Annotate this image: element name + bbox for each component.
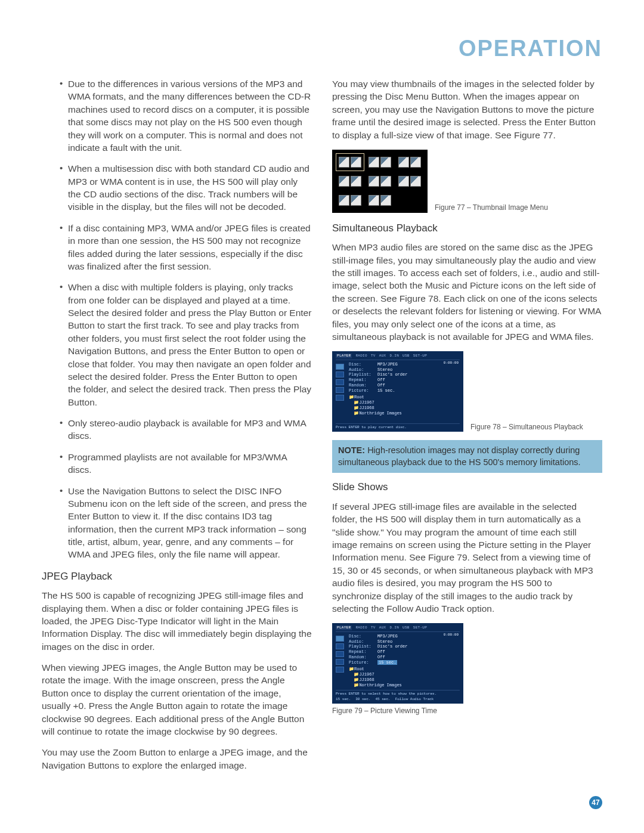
figure-77-caption: Figure 77 – Thumbnail Image Menu	[435, 203, 548, 213]
figure-79-caption: Figure 79 – Picture Viewing Time	[332, 706, 437, 716]
bullet-item: When a multisession disc with both stand…	[60, 162, 312, 213]
thumbnail	[337, 174, 363, 189]
screen-tabs: PLAYER RADIO TV AUX D.IN USB SET-UP	[336, 354, 460, 360]
program-icon	[336, 643, 344, 649]
val-audio: Stereo	[377, 367, 392, 373]
disc-info-icon	[336, 379, 344, 385]
picture-icon	[336, 667, 344, 673]
val-picture-highlight: 15 sec.	[377, 660, 397, 665]
val-picture: 15 sec.	[377, 388, 395, 394]
music-icon	[336, 387, 344, 393]
thumbnail	[367, 154, 393, 170]
tab-usb: USB	[402, 354, 410, 358]
section-header: OPERATION	[459, 36, 602, 61]
thumbnail	[397, 174, 423, 189]
tab-radio: RADIO	[355, 625, 367, 630]
tree-item: JJ1968	[359, 677, 374, 683]
val-disc: MP3/JPEG	[377, 362, 398, 367]
opt-30: 30 sec.	[355, 697, 370, 702]
val-repeat: Off	[377, 649, 385, 655]
tree-item: JJ1967	[359, 400, 374, 405]
bullet-item: When a disc with multiple folders is pla…	[60, 281, 312, 408]
paragraph: You may use the Zoom Button to enlarge a…	[42, 746, 312, 772]
tab-din: D.IN	[389, 354, 399, 358]
screen-body: Disc:MP3/JPEG Audio:Stereo Playlist:Disc…	[349, 634, 460, 688]
paragraph: If several JPEG still-image files are av…	[332, 500, 602, 615]
val-disc: MP3/JPEG	[377, 634, 398, 639]
tab-aux: AUX	[379, 354, 386, 358]
info-icon	[336, 364, 344, 370]
val-repeat: Off	[377, 377, 385, 383]
paragraph: When viewing JPEG images, the Angle Butt…	[42, 661, 312, 738]
heading-slide-shows: Slide Shows	[332, 480, 602, 494]
screen-tabs: PLAYER RADIO TV AUX D.IN USB SET-UP	[336, 625, 460, 632]
tab-radio: RADIO	[355, 354, 367, 358]
note-label: NOTE:	[338, 445, 365, 455]
figure-78-caption: Figure 78 – Simultaneous Playback	[470, 422, 583, 432]
note-text: High-resolution images may not display c…	[338, 445, 581, 467]
tab-tv: TV	[371, 625, 376, 630]
screen-body: Disc:MP3/JPEG Audio:Stereo Playlist:Disc…	[349, 362, 460, 416]
tree-item: Northridge Images	[359, 411, 401, 416]
paragraph: When MP3 audio files are stored on the s…	[332, 241, 602, 343]
manual-page: OPERATION Due to the differences in vari…	[0, 0, 644, 833]
program-icon	[336, 371, 344, 377]
disc-info-icon	[336, 651, 344, 657]
thumbnail	[367, 193, 393, 208]
tree-item: JJ1967	[359, 672, 374, 677]
paragraph: You may view thumbnails of the images in…	[332, 78, 602, 141]
tab-din: D.IN	[389, 625, 399, 630]
figure-77-row: Figure 77 – Thumbnail Image Menu	[332, 150, 602, 213]
bullet-item: If a disc containing MP3, WMA and/or JPE…	[60, 222, 312, 273]
heading-simultaneous-playback: Simultaneous Playback	[332, 221, 602, 235]
screen-time: 0:00:00	[444, 633, 459, 637]
figure-77-thumbnail-menu	[332, 150, 428, 213]
thumbnail-selected	[337, 154, 363, 170]
tab-player: PLAYER	[336, 625, 352, 630]
picture-icon	[336, 395, 344, 401]
bullet-item: Due to the differences in various versio…	[60, 78, 312, 154]
val-random: Off	[377, 383, 385, 388]
tree-item: Northridge Images	[359, 683, 401, 688]
screen-footer: Press ENTER to select how to show the pi…	[336, 690, 460, 701]
screen-left-icons	[336, 634, 349, 688]
tree-root: Root	[354, 395, 364, 400]
screen-footer: Press ENTER to play current disc.	[336, 423, 460, 430]
paragraph: The HS 500 is capable of recognizing JPE…	[42, 589, 312, 653]
tab-player: PLAYER	[336, 354, 352, 358]
thumbnail	[337, 193, 363, 208]
note-box: NOTE: High-resolution images may not dis…	[332, 440, 602, 473]
figure-79-screen: PLAYER RADIO TV AUX D.IN USB SET-UP 0:00…	[332, 623, 463, 704]
footer-prompt: Press ENTER to select how to show the pi…	[336, 692, 460, 696]
figure-78-screen: PLAYER RADIO TV AUX D.IN USB SET-UP 0:00…	[332, 351, 463, 432]
tab-tv: TV	[371, 354, 376, 358]
heading-jpeg-playback: JPEG Playback	[42, 569, 312, 583]
two-column-layout: Due to the differences in various versio…	[42, 78, 602, 780]
figure-79-row: PLAYER RADIO TV AUX D.IN USB SET-UP 0:00…	[332, 623, 602, 716]
tree-item: JJ1968	[359, 405, 374, 411]
thumbnail	[397, 154, 423, 170]
opt-15: 15 sec.	[336, 697, 351, 702]
page-number-badge: 47	[589, 796, 602, 809]
opt-45: 45 sec.	[375, 697, 390, 702]
bullet-list: Due to the differences in various versio…	[42, 78, 312, 561]
val-random: Off	[377, 655, 385, 660]
bullet-item: Use the Navigation Buttons to select the…	[60, 485, 312, 561]
val-playlist: Disc's order	[377, 372, 407, 377]
val-audio: Stereo	[377, 639, 392, 645]
bullet-item: Only stereo-audio playback is available …	[60, 417, 312, 442]
screen-time: 0:00:00	[444, 361, 459, 366]
screen-left-icons	[336, 362, 349, 416]
tab-setup: SET-UP	[413, 354, 427, 358]
left-column: Due to the differences in various versio…	[42, 78, 312, 780]
opt-follow: Follow Audio Track	[395, 697, 434, 702]
val-playlist: Disc's order	[377, 644, 407, 649]
info-icon	[336, 636, 344, 642]
music-icon	[336, 659, 344, 665]
figure-78-row: PLAYER RADIO TV AUX D.IN USB SET-UP 0:00…	[332, 351, 602, 432]
thumbnail	[367, 174, 393, 189]
right-column: You may view thumbnails of the images in…	[332, 78, 602, 780]
bullet-item: Programmed playlists are not available f…	[60, 451, 312, 476]
tab-usb: USB	[402, 625, 410, 630]
tab-setup: SET-UP	[413, 625, 427, 630]
